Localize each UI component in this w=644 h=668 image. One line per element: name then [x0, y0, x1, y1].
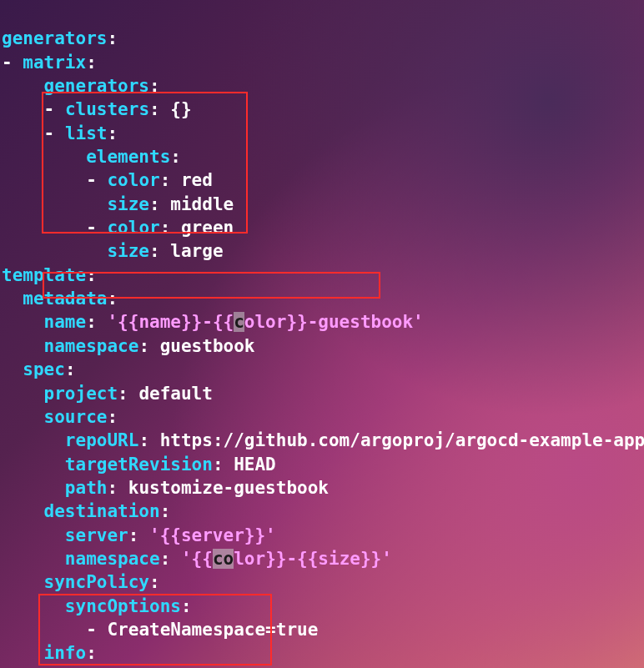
val-repourl: https://github.com/argoproj/argocd-examp… [160, 430, 644, 450]
empty-object: {} [170, 99, 191, 119]
key-path: path [65, 478, 108, 498]
key-namespace-dest: namespace [65, 549, 160, 569]
key-namespace-meta: namespace [44, 336, 139, 356]
key-name-meta: name [44, 312, 87, 332]
key-project: project [44, 384, 118, 404]
highlight-c: c [234, 312, 244, 332]
key-template: template [2, 265, 86, 285]
val-createns: CreateNamespace=true [107, 620, 318, 640]
tpl-name: '{{name}}-{{color}}-guestbook' [107, 312, 423, 332]
key-size-2: size [107, 241, 149, 261]
key-clusters: clusters [65, 99, 149, 119]
key-generators: generators [2, 28, 107, 48]
key-repourl: repoURL [65, 430, 139, 450]
key-generators-inner: generators [44, 76, 149, 96]
val-red: red [181, 170, 213, 190]
val-guestbook: guestbook [160, 336, 255, 356]
key-syncpolicy: syncPolicy [44, 572, 149, 592]
key-targetrev: targetRevision [65, 455, 213, 475]
key-info: info [44, 643, 87, 663]
key-server: server [65, 525, 128, 545]
val-head: HEAD [234, 455, 276, 475]
val-green: green [181, 218, 234, 238]
yaml-code-block: generators: - matrix: generators: - clus… [0, 0, 644, 668]
val-middle: middle [170, 194, 234, 214]
val-path: kustomize-guestbook [128, 478, 329, 498]
key-destination: destination [44, 501, 160, 521]
val-default: default [138, 384, 213, 404]
key-syncoptions: syncOptions [65, 596, 181, 616]
tpl-namespace: '{{color}}-{{size}}' [181, 549, 392, 569]
key-matrix: matrix [23, 53, 86, 73]
key-color-1: color [107, 170, 159, 190]
tpl-server: '{{server}}' [149, 525, 276, 545]
key-size-1: size [107, 194, 149, 214]
key-spec: spec [23, 359, 65, 379]
key-metadata: metadata [23, 289, 107, 309]
highlight-co: co [213, 549, 234, 569]
key-elements: elements [86, 147, 170, 167]
key-list: list [65, 123, 108, 143]
key-source: source [44, 407, 108, 427]
val-large: large [170, 241, 223, 261]
key-color-2: color [107, 218, 159, 238]
